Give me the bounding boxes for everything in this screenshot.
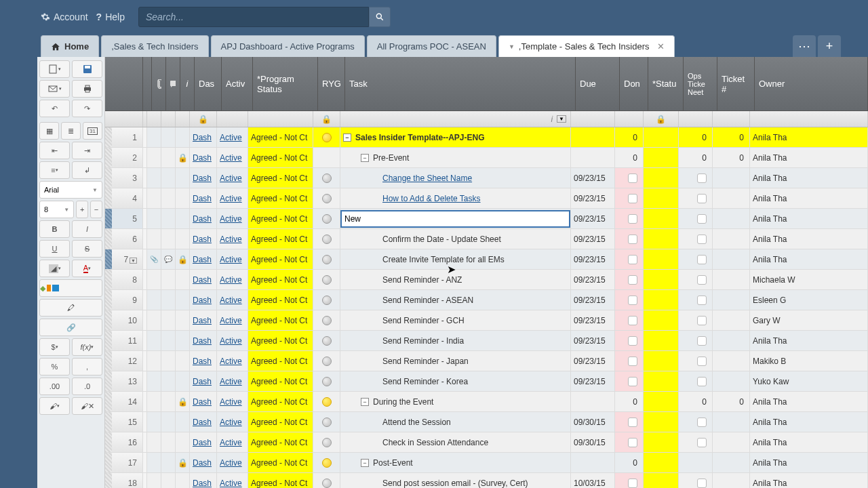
link-button[interactable]: 🔗: [39, 319, 102, 336]
ops-cell[interactable]: 0: [679, 148, 713, 167]
fontsize-select[interactable]: 8▼: [39, 201, 74, 218]
collapse-icon[interactable]: −: [361, 398, 369, 406]
active-link[interactable]: Active: [220, 458, 242, 468]
table-row[interactable]: 16 Dash Active Agreed - Not Ct Check in …: [105, 432, 868, 453]
dash-link[interactable]: Dash: [193, 458, 212, 468]
table-row[interactable]: 8 Dash Active Agreed - Not Ct Send Remin…: [105, 270, 868, 290]
done-checkbox[interactable]: [628, 275, 637, 285]
col-info[interactable]: i: [180, 57, 195, 110]
ops-checkbox[interactable]: [697, 316, 707, 325]
active-link[interactable]: Active: [220, 235, 242, 244]
search-input[interactable]: [138, 7, 369, 27]
ops-checkbox[interactable]: [697, 275, 707, 285]
fill-color-button[interactable]: ◢▾: [39, 260, 70, 277]
thousands-button[interactable]: ,: [72, 358, 102, 375]
done-checkbox[interactable]: [628, 214, 637, 224]
col-das[interactable]: Das: [195, 57, 222, 110]
active-link[interactable]: Active: [220, 316, 242, 325]
done-cell[interactable]: [615, 371, 644, 391]
collapse-icon[interactable]: −: [361, 154, 369, 162]
dash-link[interactable]: Dash: [193, 377, 212, 386]
active-link[interactable]: Active: [220, 174, 242, 183]
outdent-button[interactable]: ⇤: [39, 142, 70, 159]
done-checkbox[interactable]: [628, 357, 637, 366]
ops-cell[interactable]: [679, 331, 713, 350]
done-cell[interactable]: [615, 310, 644, 330]
active-link[interactable]: Active: [220, 479, 242, 488]
dash-link[interactable]: Dash: [193, 153, 212, 163]
task-edit-input[interactable]: [340, 210, 570, 228]
underline-button[interactable]: U: [39, 240, 70, 258]
ops-cell[interactable]: [679, 351, 713, 371]
row-number[interactable]: 17: [105, 453, 143, 472]
dash-link[interactable]: Dash: [193, 418, 212, 427]
dash-link[interactable]: Dash: [193, 296, 212, 305]
col-owner[interactable]: Owner: [755, 57, 868, 110]
done-checkbox[interactable]: [628, 438, 637, 447]
row-number[interactable]: 7▼: [105, 249, 143, 269]
active-link[interactable]: Active: [220, 275, 242, 285]
row-number[interactable]: 13: [105, 371, 143, 391]
active-link[interactable]: Active: [220, 397, 242, 407]
row-number[interactable]: 9: [105, 290, 143, 310]
table-row[interactable]: 13 Dash Active Agreed - Not Ct Send Remi…: [105, 371, 868, 392]
col-due[interactable]: Due: [576, 57, 620, 110]
ops-cell[interactable]: [679, 229, 713, 249]
table-row[interactable]: 2 🔒 Dash Active Agreed - Not Ct −Pre-Eve…: [105, 148, 868, 168]
row-number[interactable]: 6: [105, 229, 143, 249]
dash-link[interactable]: Dash: [193, 316, 212, 325]
dash-link[interactable]: Dash: [193, 235, 212, 244]
active-link[interactable]: Active: [220, 153, 242, 163]
active-link[interactable]: Active: [220, 418, 242, 427]
done-checkbox[interactable]: [628, 479, 637, 488]
row-number[interactable]: 12: [105, 351, 143, 371]
row-number[interactable]: 1: [105, 127, 143, 147]
col-attachment[interactable]: [152, 57, 166, 110]
done-cell[interactable]: [615, 432, 644, 452]
table-row[interactable]: 11 Dash Active Agreed - Not Ct Send Remi…: [105, 331, 868, 351]
table-row[interactable]: 5 Dash Active Agreed - Not Ct 09/23/15 A…: [105, 209, 868, 229]
strikethrough-button[interactable]: S: [72, 240, 102, 258]
done-checkbox[interactable]: [628, 418, 637, 427]
done-cell[interactable]: [615, 188, 644, 208]
tab-home[interactable]: Home: [41, 35, 99, 57]
conditional-format-button[interactable]: ◆: [39, 279, 102, 297]
dash-link[interactable]: Dash: [193, 194, 212, 203]
tab-template[interactable]: ▼ ,Template - Sales & Tech Insiders ✕: [498, 35, 675, 57]
col-status[interactable]: *Statu: [648, 57, 684, 110]
collapse-icon[interactable]: −: [361, 459, 369, 467]
ops-checkbox[interactable]: [697, 479, 707, 488]
print-button[interactable]: [72, 80, 102, 98]
ops-cell[interactable]: [679, 432, 713, 452]
ops-checkbox[interactable]: [697, 377, 707, 386]
row-number[interactable]: 11: [105, 331, 143, 350]
ops-checkbox[interactable]: [697, 235, 707, 244]
italic-button[interactable]: I: [72, 220, 102, 238]
ops-checkbox[interactable]: [697, 296, 707, 305]
indent-button[interactable]: ⇥: [72, 142, 102, 159]
ops-checkbox[interactable]: [697, 214, 707, 224]
ops-checkbox[interactable]: [697, 255, 707, 264]
done-cell[interactable]: 0: [615, 127, 644, 147]
ops-checkbox[interactable]: [697, 438, 707, 447]
currency-button[interactable]: $▾: [39, 338, 70, 356]
done-cell[interactable]: [615, 331, 644, 350]
tab-apj-dashboard[interactable]: APJ Dashboard - Active Programs: [211, 35, 365, 57]
ops-cell[interactable]: [679, 209, 713, 228]
dash-link[interactable]: Dash: [193, 174, 212, 183]
done-cell[interactable]: [615, 168, 644, 188]
done-cell[interactable]: [615, 290, 644, 310]
active-link[interactable]: Active: [220, 357, 242, 366]
col-ticket-num[interactable]: Ticket #: [717, 57, 755, 110]
redo-button[interactable]: ↷: [72, 100, 102, 117]
ops-cell[interactable]: [679, 453, 713, 472]
active-link[interactable]: Active: [220, 336, 242, 346]
format-painter-button[interactable]: 🖌▾: [39, 397, 70, 415]
bold-button[interactable]: B: [39, 220, 70, 238]
more-tabs-button[interactable]: ⋯: [793, 35, 816, 57]
table-row[interactable]: 18 Dash Active Agreed - Not Ct Send post…: [105, 473, 868, 488]
done-checkbox[interactable]: [628, 235, 637, 244]
dash-link[interactable]: Dash: [193, 255, 212, 264]
done-checkbox[interactable]: [628, 174, 637, 183]
fontsize-down-button[interactable]: −: [90, 201, 102, 218]
